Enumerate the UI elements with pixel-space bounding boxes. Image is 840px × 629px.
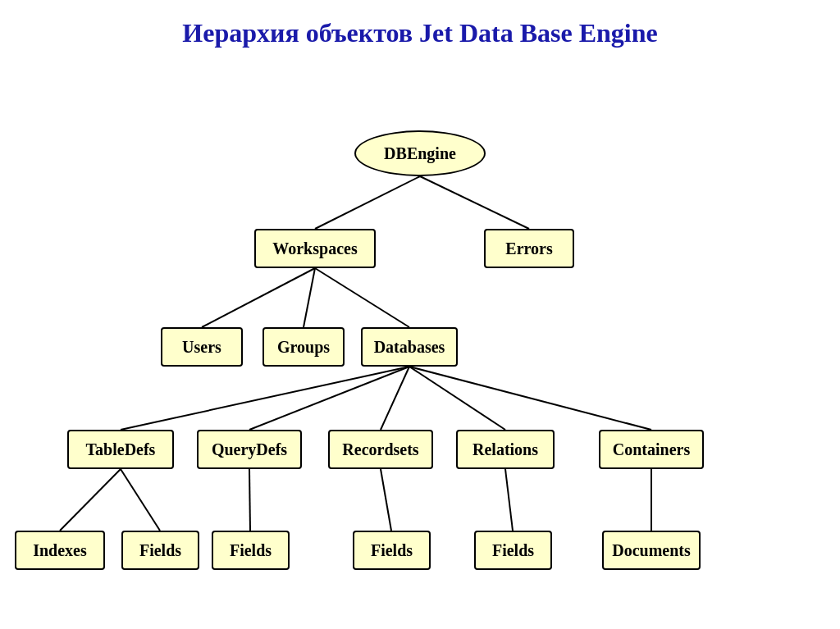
- node-fields2: Fields: [212, 531, 290, 570]
- node-querydefs: QueryDefs: [197, 430, 302, 469]
- node-fields4: Fields: [474, 531, 552, 570]
- svg-line-9: [409, 367, 651, 430]
- node-indexes: Indexes: [15, 531, 105, 570]
- svg-line-4: [315, 268, 409, 327]
- svg-line-6: [249, 367, 409, 430]
- svg-line-12: [249, 469, 250, 531]
- svg-line-13: [381, 469, 391, 531]
- node-workspaces: Workspaces: [254, 229, 376, 268]
- svg-line-14: [505, 469, 513, 531]
- node-groups: Groups: [262, 327, 345, 367]
- page-title: Иерархия объектов Jet Data Base Engine: [0, 0, 840, 57]
- diagram: DBEngine Workspaces Errors Users Groups …: [0, 57, 840, 622]
- node-documents: Documents: [602, 531, 701, 570]
- svg-line-7: [381, 367, 409, 430]
- node-users: Users: [161, 327, 243, 367]
- node-dbengine: DBEngine: [354, 130, 486, 176]
- node-tabledefs: TableDefs: [67, 430, 174, 469]
- svg-line-2: [202, 268, 315, 327]
- node-recordsets: Recordsets: [328, 430, 433, 469]
- node-databases: Databases: [361, 327, 458, 367]
- svg-line-3: [304, 268, 315, 327]
- svg-line-0: [315, 176, 420, 229]
- node-relations: Relations: [456, 430, 555, 469]
- node-fields1: Fields: [121, 531, 199, 570]
- svg-line-5: [121, 367, 409, 430]
- node-fields3: Fields: [353, 531, 431, 570]
- node-containers: Containers: [599, 430, 704, 469]
- svg-line-1: [420, 176, 529, 229]
- svg-line-8: [409, 367, 505, 430]
- node-errors: Errors: [484, 229, 574, 268]
- page: Иерархия объектов Jet Data Base Engine: [0, 0, 840, 629]
- svg-line-10: [60, 469, 121, 531]
- svg-line-11: [121, 469, 160, 531]
